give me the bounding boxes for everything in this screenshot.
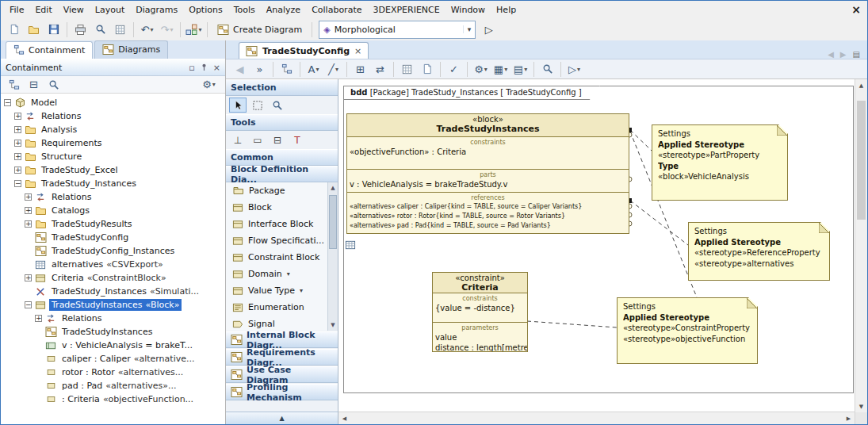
create-diagram-button[interactable]: Create Diagram (211, 22, 308, 37)
new-file-icon[interactable] (4, 21, 24, 38)
tree-item--criteria[interactable]: : Criteria«objectiveFunction... (1, 392, 225, 406)
tree-item-tradestudyresults[interactable]: +TradeStudyResults (1, 217, 225, 231)
palette-scrollbar[interactable]: ▲ ▼ (327, 182, 338, 331)
save-icon[interactable] (44, 21, 63, 38)
legend-icon[interactable]: ▤▾ (510, 60, 530, 78)
show-in-tree-icon[interactable] (277, 60, 296, 78)
palette-category-requirements-diagr-[interactable]: Requirements Diagr... (226, 349, 338, 366)
dock-tab-containment[interactable]: Containment (6, 41, 93, 59)
expander-icon[interactable]: + (14, 140, 21, 147)
related-elements-icon[interactable]: ▾ (184, 21, 204, 38)
tab-close-icon[interactable]: × (354, 46, 361, 56)
tree-item-alternatives[interactable]: alternatives«CSVExport» (1, 258, 225, 271)
palette-item-domain[interactable]: Domain▾ (226, 266, 328, 282)
layout-icon[interactable]: ⊞ (350, 60, 370, 78)
text-box-tool-icon[interactable]: T (289, 132, 306, 147)
separator-tool-icon[interactable]: ▭ (249, 132, 266, 147)
swimlane-tool-icon[interactable]: ⊟ (269, 132, 286, 147)
attached-table-icon[interactable] (345, 239, 356, 251)
scroll-down-icon[interactable]: ▼ (331, 320, 335, 331)
tree-item-requirements[interactable]: +Requirements (1, 136, 225, 150)
menu-analyze[interactable]: Analyze (261, 2, 306, 17)
palette-header-block-definition[interactable]: Block Definition Dia... (226, 166, 338, 182)
anchor-tool-icon[interactable]: ⊥ (229, 132, 247, 147)
expander-icon[interactable]: + (14, 153, 21, 160)
palette-item-package[interactable]: Package (226, 182, 328, 199)
print-preview-icon[interactable] (90, 21, 110, 38)
expander-icon[interactable]: − (25, 301, 32, 308)
expander-icon[interactable]: + (14, 126, 21, 133)
tree-item-relations[interactable]: +Relations (1, 312, 225, 325)
dropdown-caret-icon[interactable]: ▾ (300, 287, 303, 294)
tree-item-tradestudy-excel[interactable]: +TradeStudy_Excel (1, 163, 225, 177)
tab-tradestudyconfig[interactable]: TradeStudyConfig × (239, 42, 369, 59)
palette-item-enumeration[interactable]: Enumeration (226, 299, 328, 316)
pin-panel-icon[interactable] (200, 63, 208, 72)
menu-tools[interactable]: Tools (228, 2, 261, 17)
scroll-thumb[interactable] (329, 195, 337, 249)
expander-icon[interactable]: + (25, 220, 32, 228)
tree-item-tradestudyinstances[interactable]: TradeStudyInstances (1, 325, 225, 339)
expander-icon[interactable]: − (14, 180, 21, 187)
tree-item-relations[interactable]: +Relations (1, 109, 225, 123)
tree-item-tradestudyinstances[interactable]: −TradeStudyInstances«Block» (1, 298, 225, 312)
palette-item-signal[interactable]: Signal (226, 316, 328, 331)
constraint-block-criteria[interactable]: «constraint» Criteria constraints{value … (432, 272, 528, 352)
validate-icon[interactable]: ✓ (444, 60, 464, 78)
gear-icon[interactable]: ⚙▾ (471, 60, 491, 78)
menu-edit[interactable]: Edit (29, 2, 57, 17)
forward-icon[interactable]: » (250, 60, 270, 78)
palette-category-profiling-mechanism[interactable]: Profiling Mechanism (226, 384, 338, 400)
expander-icon[interactable]: + (25, 274, 32, 281)
palette-header-selection[interactable]: Selection (226, 79, 338, 96)
expander-icon[interactable]: + (25, 207, 32, 214)
palette-item-flow-specificati-[interactable]: Flow Specificati... (226, 232, 328, 249)
print-icon[interactable] (71, 21, 90, 38)
tree-item-tradestudy-instances[interactable]: −TradeStudy_Instances (1, 177, 225, 190)
menu-diagrams[interactable]: Diagrams (130, 2, 183, 17)
expander-icon[interactable]: + (14, 113, 21, 120)
tree-item-rotor-rotor[interactable]: rotor : Rotor«alternatives... (1, 366, 225, 379)
canvas-horizontal-scrollbar[interactable]: ◀ ▶ (338, 412, 855, 424)
close-panel-icon[interactable]: × (213, 63, 220, 72)
scroll-right-icon[interactable]: ▶ (843, 412, 855, 424)
palette-header-tools[interactable]: Tools (226, 114, 338, 131)
dock-tab-diagrams[interactable]: Diagrams (94, 40, 168, 59)
palette-item-value-type[interactable]: Value Type▾ (226, 282, 328, 299)
settings-note-2[interactable]: SettingsApplied Stereotype«stereotype»Re… (688, 222, 830, 281)
search-icon[interactable] (44, 76, 63, 94)
tree-item-analysis[interactable]: +Analysis (1, 123, 225, 136)
palette-item-constraint-block[interactable]: Constraint Block (226, 249, 328, 266)
pointer-tool-icon[interactable] (229, 98, 247, 113)
menu-options[interactable]: Options (183, 2, 228, 17)
menu-collaborate[interactable]: Collaborate (306, 2, 367, 17)
next-diagram-icon[interactable]: ▶ (840, 51, 847, 59)
tree-item-caliper-caliper[interactable]: caliper : Caliper«alternative... (1, 352, 225, 366)
tree-item-tradestudyconfig-instances[interactable]: TradeStudyConfig_Instances (1, 244, 225, 258)
tree-item-v-vehicleanalysis-braket-[interactable]: v : VehicleAnalysis = brakeT... (1, 339, 225, 352)
expander-icon[interactable]: − (4, 99, 11, 106)
back-icon[interactable]: ◀ (230, 60, 250, 78)
tree-item-relations[interactable]: +Relations (1, 190, 225, 204)
block-tradestudyinstances[interactable]: «block» TradeStudyInstances constraints«… (346, 113, 629, 234)
palette-category-use-case-diagram[interactable]: Use Case Diagram (226, 366, 338, 383)
expander-icon[interactable]: + (14, 167, 21, 174)
scroll-up-icon[interactable]: ▲ (855, 79, 867, 91)
settings-gear-icon[interactable]: ⚙▾ (199, 76, 219, 94)
combo-caret-icon[interactable]: ▾ (463, 25, 472, 33)
diagram-list-icon[interactable]: ▤ (853, 51, 860, 59)
settings-note-1[interactable]: SettingsApplied Stereotype«stereotype»Pa… (652, 124, 788, 201)
prev-diagram-icon[interactable]: ◀ (828, 51, 834, 59)
scroll-up-icon[interactable]: ▲ (331, 182, 335, 193)
tree-item-model[interactable]: −Model (1, 96, 225, 109)
simulate-icon[interactable]: ▷▾ (564, 60, 584, 78)
undo-icon[interactable]: ↶▾ (137, 21, 157, 38)
tree-item-pad-pad[interactable]: pad : Pad«alternatives»... (1, 379, 225, 392)
line-style-icon[interactable]: ╱▾ (323, 60, 343, 78)
expander-icon[interactable]: + (25, 193, 32, 201)
image-icon[interactable] (417, 60, 437, 78)
run-button[interactable]: ▷ (479, 21, 499, 38)
expander-icon[interactable]: + (35, 315, 42, 322)
menu-view[interactable]: View (58, 2, 90, 17)
menu-file[interactable]: File (4, 2, 29, 17)
